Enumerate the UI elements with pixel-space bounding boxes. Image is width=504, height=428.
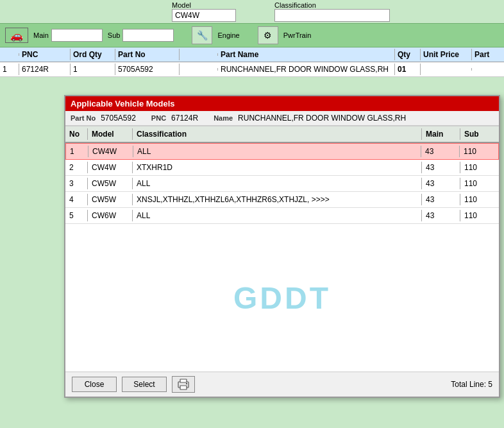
modal-watermark: GDDT: [233, 280, 331, 316]
modal-row-classification: ALL: [133, 210, 422, 221]
modal-row-sub: 110: [460, 146, 498, 157]
col-header-spacer: [180, 53, 218, 56]
modal-col-model: Model: [88, 128, 133, 140]
part-no-info-label: Part No: [71, 114, 96, 122]
modal-row-main: 43: [422, 178, 460, 189]
printer-icon: [177, 379, 190, 390]
svg-rect-1: [180, 386, 187, 389]
parts-table-header: PNC Ord Qty Part No Part Name Qty Unit P…: [0, 47, 504, 62]
sub-label: Sub: [108, 31, 121, 39]
main-group: Main: [33, 29, 103, 42]
row-spacer: [180, 68, 218, 71]
col-header-ordqty: Ord Qty: [71, 49, 115, 60]
modal-row-model: CW4W: [88, 162, 133, 173]
applicable-vehicle-modal: Applicable Vehicle Models Part No 5705A5…: [64, 95, 500, 398]
modal-table-header: No Model Classification Main Sub: [65, 126, 499, 143]
classification-input[interactable]: [274, 9, 390, 22]
col-header-partname: Part Name: [218, 49, 395, 60]
part-info-row: Part No 5705A592 PNC 67124R Name RUNCHAN…: [71, 114, 406, 123]
modal-table-row[interactable]: 1 CW4W ALL 43 110: [65, 143, 499, 160]
modal-table-row[interactable]: 2 CW4W XTXHR1D 43 110: [65, 160, 499, 176]
row-ordqty: 1: [71, 64, 115, 75]
modal-table-body: 1 CW4W ALL 43 110 2 CW4W XTXHR1D 43 110 …: [65, 143, 499, 224]
engine-icon-btn[interactable]: 🔧: [192, 26, 212, 44]
modal-table-row[interactable]: 4 CW5W XNSJL,XTHHZL,XTHHZL6A,XTHHZR6S,XT…: [65, 192, 499, 208]
pnc-info-value: 67124R: [171, 114, 198, 123]
modal-row-classification: ALL: [133, 178, 422, 189]
total-line: Total Line: 5: [451, 380, 492, 389]
modal-row-sub: 110: [460, 178, 499, 189]
modal-title-bar: Applicable Vehicle Models: [65, 96, 499, 111]
table-row[interactable]: 1 67124R 1 5705A592 RUNCHANNEL,FR DOOR W…: [0, 62, 504, 77]
modal-row-main: 43: [422, 194, 460, 205]
modal-row-no: 4: [65, 194, 88, 205]
model-input[interactable]: [172, 9, 236, 22]
modal-row-model: CW6W: [88, 210, 133, 221]
modal-row-model: CW5W: [88, 178, 133, 189]
modal-row-model: CW5W: [88, 194, 133, 205]
top-bar: Model Classification: [0, 0, 504, 23]
modal-row-no: 2: [65, 162, 88, 173]
modal-row-sub: 110: [460, 162, 499, 173]
row-qty: 01: [395, 64, 421, 75]
modal-row-main: 43: [421, 146, 460, 157]
modal-row-classification: XNSJL,XTHHZL,XTHHZL6A,XTHHZR6S,XTHJZL, >…: [133, 194, 422, 205]
engine-section: 🔧 Engine: [192, 26, 239, 44]
model-section: Model: [172, 1, 236, 22]
name-info-value: RUNCHANNEL,FR DOOR WINDOW GLASS,RH: [238, 114, 406, 123]
row-no: 1: [0, 64, 19, 75]
modal-row-sub: 110: [460, 194, 499, 205]
row-part2: [472, 68, 504, 71]
pwrtrain-section: ⚙ PwrTrain: [258, 26, 312, 44]
select-button[interactable]: Select: [122, 377, 167, 392]
sub-input[interactable]: [122, 29, 174, 42]
row-unitprice: [421, 68, 472, 71]
modal-col-classification: Classification: [133, 128, 422, 140]
svg-rect-3: [186, 383, 187, 384]
svg-rect-2: [180, 379, 187, 382]
row-partno: 5705A592: [115, 64, 180, 75]
main-input[interactable]: [51, 29, 103, 42]
car-icon[interactable]: 🚗: [5, 28, 28, 43]
modal-part-info: Part No 5705A592 PNC 67124R Name RUNCHAN…: [65, 111, 499, 126]
row-partname: RUNCHANNEL,FR DOOR WINDOW GLASS,RH: [218, 64, 395, 75]
modal-col-sub: Sub: [460, 128, 499, 140]
col-header-no: [0, 53, 19, 56]
modal-table-row[interactable]: 3 CW5W ALL 43 110: [65, 176, 499, 192]
classification-label: Classification: [274, 1, 316, 9]
pwrtrain-icon-btn[interactable]: ⚙: [258, 26, 278, 44]
modal-row-main: 43: [422, 210, 460, 221]
modal-row-no: 3: [65, 178, 88, 189]
modal-row-no: 1: [66, 146, 88, 157]
classification-section: Classification: [274, 1, 390, 22]
modal-row-classification: XTXHR1D: [133, 162, 422, 173]
modal-footer-left: Close Select: [72, 376, 195, 393]
modal-col-main: Main: [422, 128, 460, 140]
modal-col-no: No: [65, 128, 88, 140]
main-label: Main: [33, 31, 49, 39]
model-label: Model: [172, 1, 191, 9]
col-header-unitprice: Unit Price: [421, 49, 472, 60]
modal-row-no: 5: [65, 210, 88, 221]
modal-footer: Close Select Total Line: 5: [65, 372, 499, 397]
pnc-info-label: PNC: [151, 114, 166, 122]
col-header-part2: Part: [472, 49, 504, 60]
pwrtrain-label: PwrTrain: [283, 31, 312, 39]
row-pnc: 67124R: [19, 64, 71, 75]
modal-table-row[interactable]: 5 CW6W ALL 43 110: [65, 208, 499, 224]
toolbar: 🚗 Main Sub 🔧 Engine ⚙ PwrTrain: [0, 23, 504, 47]
part-no-info-value: 5705A592: [101, 114, 136, 123]
engine-label: Engine: [217, 31, 239, 39]
modal-row-classification: ALL: [133, 146, 421, 157]
col-header-partno: Part No: [115, 49, 180, 60]
modal-row-model: CW4W: [88, 146, 133, 157]
modal-row-sub: 110: [460, 210, 499, 221]
sub-group: Sub: [108, 29, 174, 42]
col-header-qty: Qty: [395, 49, 421, 60]
col-header-pnc: PNC: [19, 49, 71, 60]
name-info-label: Name: [214, 114, 233, 122]
modal-empty-area: GDDT: [65, 224, 499, 372]
modal-title: Applicable Vehicle Models: [71, 99, 175, 108]
print-button[interactable]: [172, 376, 195, 393]
close-button[interactable]: Close: [72, 377, 117, 392]
